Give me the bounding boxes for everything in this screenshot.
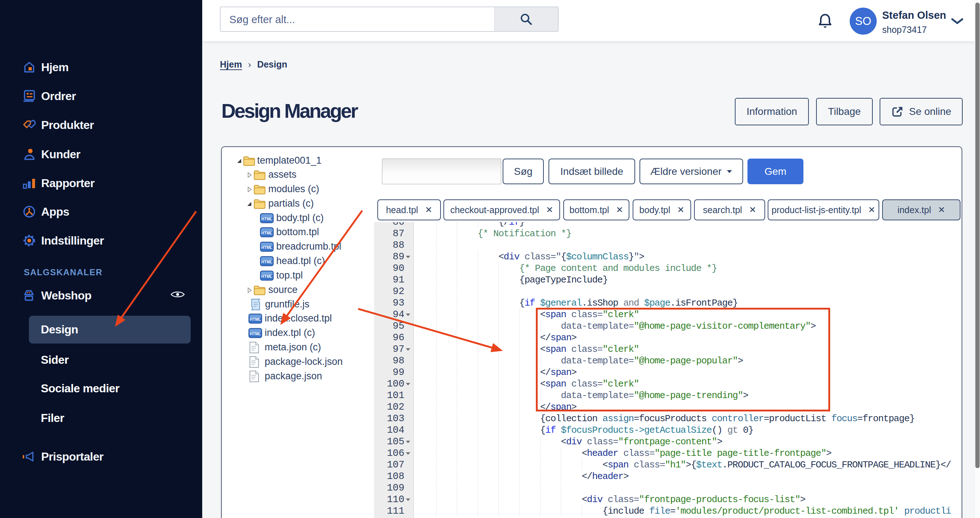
svg-text:HTML: HTML [250,317,261,322]
svg-text:HTML: HTML [261,274,273,279]
svg-text:HTML: HTML [261,231,273,235]
svg-text:HTML: HTML [250,332,261,336]
svg-text:HTML: HTML [261,260,273,264]
svg-text:HTML: HTML [261,245,273,250]
svg-text:HTML: HTML [261,217,273,221]
